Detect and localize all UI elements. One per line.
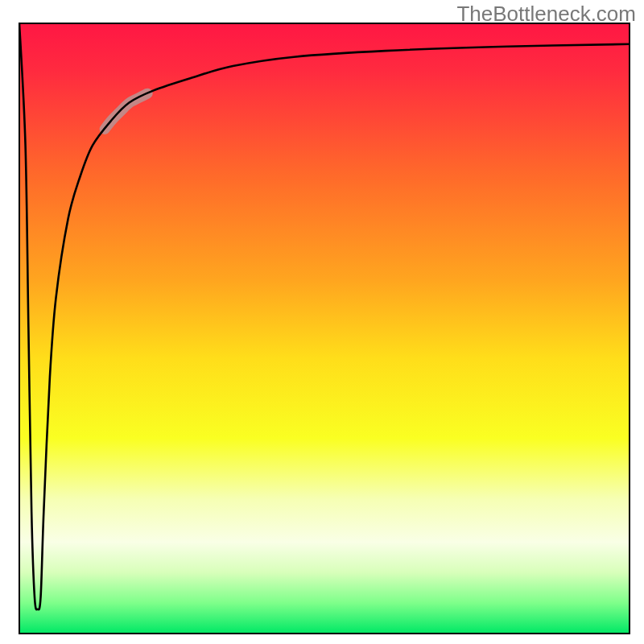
bottleneck-chart [0,0,644,644]
chart-stage: TheBottleneck.com [0,0,644,644]
watermark-text: TheBottleneck.com [456,2,636,27]
